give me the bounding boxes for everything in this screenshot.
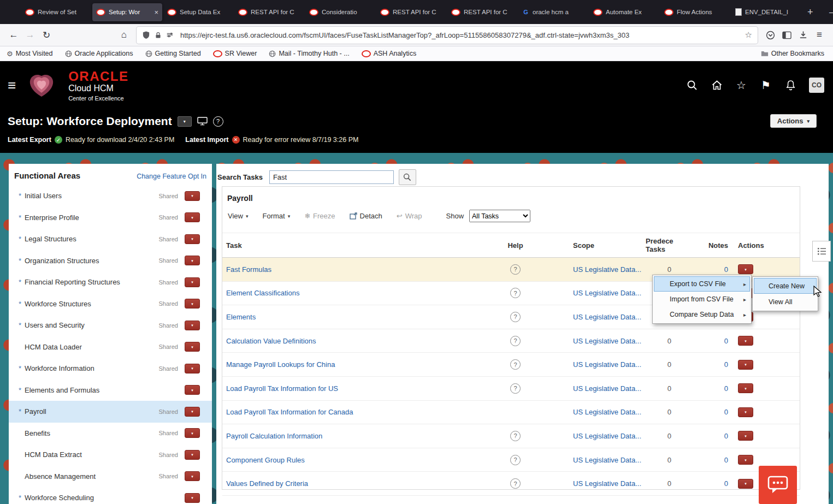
task-row-component-group-rules[interactable]: Component Group Rules ? US Legislative D… — [222, 448, 800, 472]
task-row-calculation-value-definitions[interactable]: Calculation Value Definitions ? US Legis… — [222, 329, 800, 353]
row-actions-dropdown-button[interactable]: ▾ — [738, 431, 753, 441]
sidebar-item-enterprise-profile[interactable]: * Enterprise Profile Shared ▾ — [9, 207, 212, 229]
area-actions-dropdown-button[interactable]: ▾ — [185, 212, 200, 222]
help-icon[interactable]: ? — [510, 288, 521, 298]
sidebar-item-initial-users[interactable]: * Initial Users Shared ▾ — [9, 185, 212, 207]
home-icon[interactable] — [711, 79, 723, 91]
sidebar-toggle-icon[interactable] — [778, 27, 795, 43]
notes-count-link[interactable]: 0 — [724, 432, 728, 440]
column-header-predecessor-tasks[interactable]: Predece Tasks — [645, 237, 678, 253]
browser-tab-rest-api-2[interactable]: REST API for C — [376, 3, 446, 21]
back-button[interactable]: ← — [5, 27, 22, 43]
bookmark-getting-started[interactable]: Getting Started — [145, 50, 201, 57]
area-actions-dropdown-button[interactable]: ▾ — [185, 256, 200, 265]
area-actions-dropdown-button[interactable]: ▾ — [185, 277, 200, 287]
downloads-icon[interactable] — [795, 27, 811, 43]
row-actions-dropdown-button[interactable]: ▾ — [738, 455, 753, 465]
column-header-actions[interactable]: Actions — [732, 241, 800, 250]
task-link[interactable]: Calculation Value Definitions — [226, 337, 316, 345]
row-actions-dropdown-button[interactable]: ▾ — [738, 407, 753, 417]
sidebar-item-users-and-security[interactable]: * Users and Security Shared ▾ — [9, 315, 212, 336]
sidebar-item-hcm-data-loader[interactable]: HCM Data Loader Shared ▾ — [9, 336, 212, 358]
sidebar-item-workforce-information[interactable]: * Workforce Information Shared ▾ — [9, 358, 212, 380]
notifications-bell-icon[interactable] — [784, 79, 796, 91]
task-link[interactable]: Manage Payroll Lookups for China — [226, 360, 335, 369]
task-link[interactable]: Element Classifications — [226, 289, 299, 297]
area-actions-dropdown-button[interactable]: ▾ — [185, 342, 200, 352]
page-selector-dropdown-button[interactable]: ▾ — [178, 116, 192, 127]
scope-link[interactable]: US Legislative Data... — [573, 408, 641, 416]
scope-link[interactable]: US Legislative Data... — [573, 384, 641, 393]
area-actions-dropdown-button[interactable]: ▾ — [185, 385, 200, 395]
browser-tab-setup-active[interactable]: Setup: Wor × — [92, 3, 162, 21]
scope-link[interactable]: US Legislative Data... — [573, 265, 641, 274]
area-actions-dropdown-button[interactable]: ▾ — [185, 234, 200, 244]
help-icon[interactable]: ? — [510, 455, 521, 465]
menu-item-import-from-csv[interactable]: Import from CSV File ▸ — [654, 292, 750, 307]
area-actions-dropdown-button[interactable]: ▾ — [185, 493, 200, 503]
search-icon[interactable] — [686, 79, 698, 91]
sidebar-item-hcm-data-extract[interactable]: HCM Data Extract Shared ▾ — [9, 444, 212, 466]
row-actions-dropdown-button[interactable]: ▾ — [738, 479, 753, 489]
task-link[interactable]: Load Payroll Tax Information for US — [226, 384, 338, 393]
menu-item-compare-setup-data[interactable]: Compare Setup Data ▸ — [654, 307, 750, 322]
area-actions-dropdown-button[interactable]: ▾ — [185, 321, 200, 330]
flag-icon[interactable]: ⚑ — [760, 79, 772, 91]
sidebar-item-financial-reporting-structures[interactable]: * Financial Reporting Structures Shared … — [9, 271, 212, 293]
browser-tab-setup-data[interactable]: Setup Data Ex — [163, 3, 233, 21]
url-bar[interactable]: https://ejrc-test.fa.us6.oraclecloud.com… — [137, 27, 758, 44]
column-header-scope[interactable]: Scope — [530, 241, 645, 250]
row-actions-dropdown-button[interactable]: ▾ — [738, 360, 753, 370]
area-actions-dropdown-button[interactable]: ▾ — [185, 364, 200, 373]
task-link[interactable]: Values Defined by Criteria — [226, 479, 308, 488]
forward-button[interactable]: → — [22, 27, 38, 43]
task-link[interactable]: Load Payroll Tax Information for Canada — [226, 408, 353, 416]
scope-link[interactable]: US Legislative Data... — [573, 456, 641, 464]
bookmark-sr-viewer[interactable]: SR Viewer — [213, 50, 257, 57]
scope-link[interactable]: US Legislative Data... — [573, 479, 641, 488]
area-actions-dropdown-button[interactable]: ▾ — [185, 407, 200, 417]
sidebar-item-payroll[interactable]: * Payroll Shared ▾ — [9, 401, 212, 423]
view-menu-button[interactable]: View ▾ — [228, 212, 248, 220]
sidebar-item-workforce-scheduling[interactable]: * Workforce Scheduling ▾ — [9, 487, 212, 504]
area-actions-dropdown-button[interactable]: ▾ — [185, 450, 200, 460]
column-header-task[interactable]: Task — [222, 241, 500, 250]
notes-count-link[interactable]: 0 — [724, 456, 728, 464]
notes-count-link[interactable]: 0 — [724, 360, 728, 369]
hamburger-menu-icon[interactable]: ≡ — [8, 78, 16, 92]
column-header-notes[interactable]: Notes — [678, 241, 732, 250]
browser-tab-review-of-set[interactable]: Review of Set — [21, 3, 91, 21]
menu-icon[interactable]: ≡ — [811, 27, 828, 43]
submenu-item-view-all[interactable]: View All — [754, 294, 817, 310]
share-screen-icon[interactable] — [197, 117, 208, 126]
bookmark-most-visited[interactable]: ⚙ Most Visited — [7, 50, 53, 58]
help-icon[interactable]: ? — [510, 383, 521, 394]
task-row-values-defined-by-criteria[interactable]: Values Defined by Criteria ? US Legislat… — [222, 472, 800, 496]
bookmark-oracle-applications[interactable]: Oracle Applications — [65, 50, 133, 57]
permissions-icon[interactable] — [166, 31, 174, 39]
notes-count-link[interactable]: 0 — [724, 408, 728, 416]
scope-link[interactable]: US Legislative Data... — [573, 432, 641, 440]
task-row-load-payroll-tax-information-for-canada[interactable]: Load Payroll Tax Information for Canada … — [222, 401, 800, 425]
help-icon[interactable]: ? — [510, 264, 521, 275]
search-tasks-input[interactable] — [269, 170, 394, 184]
browser-tab-rest-api-1[interactable]: REST API for C — [234, 3, 304, 21]
chat-widget-button[interactable] — [759, 466, 797, 504]
help-icon[interactable]: ? — [213, 116, 223, 127]
scope-link[interactable]: US Legislative Data... — [573, 313, 641, 321]
sidebar-item-legal-structures[interactable]: * Legal Structures Shared ▾ — [9, 228, 212, 250]
browser-tab-env-detail[interactable]: ENV_DETAIL_I — [731, 3, 801, 21]
browser-tab-rest-api-3[interactable]: REST API for C — [447, 3, 517, 21]
scope-link[interactable]: US Legislative Data... — [573, 360, 641, 369]
side-panel-toggle-button[interactable] — [812, 241, 831, 262]
detach-button[interactable]: Detach — [350, 212, 382, 220]
help-icon[interactable]: ? — [510, 312, 521, 322]
bookmark-mail[interactable]: Mail - Timothy Huth - ... — [269, 50, 349, 57]
sidebar-item-benefits[interactable]: Benefits Shared ▾ — [9, 423, 212, 444]
user-avatar[interactable]: CO — [809, 78, 824, 93]
task-row-manage-payroll-lookups-for-china[interactable]: Manage Payroll Lookups for China ? US Le… — [222, 353, 800, 377]
reload-button[interactable]: ↻ — [38, 27, 55, 43]
row-actions-dropdown-button[interactable]: ▾ — [738, 336, 753, 346]
bookmark-star-icon[interactable]: ☆ — [745, 30, 752, 40]
new-tab-button[interactable]: + — [802, 7, 819, 18]
